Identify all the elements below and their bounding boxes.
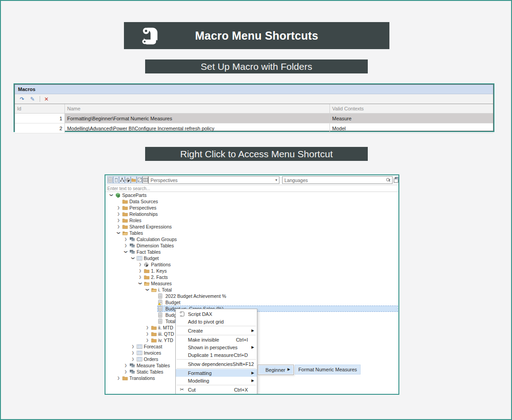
expander-closed-icon[interactable]: ❯ bbox=[116, 224, 121, 230]
expander-closed-icon[interactable]: ❯ bbox=[145, 324, 150, 331]
expander-open-icon[interactable]: ❯ bbox=[115, 231, 122, 235]
macros-panel: Macros ↷✎✕ Id Name Valid Contexts 1Forma… bbox=[14, 83, 494, 132]
expander-closed-icon[interactable]: ❯ bbox=[123, 236, 128, 242]
expander-closed-icon[interactable]: ❯ bbox=[116, 205, 121, 211]
col-header-valid-contexts[interactable]: Valid Contexts bbox=[329, 104, 493, 113]
macro-valid-contexts-cell: Model bbox=[329, 123, 493, 133]
expander-closed-icon[interactable]: ❯ bbox=[138, 268, 142, 274]
menu-item-create[interactable]: Create▶ bbox=[176, 327, 257, 334]
menu-item-formatting[interactable]: Formatting▶ bbox=[176, 369, 257, 377]
menu-item-add-to-pivot-grid[interactable]: Add to pivot grid bbox=[176, 318, 257, 325]
macro-table-row[interactable]: 2Modelling\Advanced\Power BI\Configure I… bbox=[15, 123, 493, 133]
menu-item-shortcut: Shift+F12 bbox=[233, 361, 254, 367]
tree-item-2022-budget-achievement[interactable]: 2022 Budget Achievement % bbox=[105, 293, 398, 299]
expander-open-icon[interactable]: ❯ bbox=[108, 193, 114, 197]
expander-closed-icon[interactable]: ❯ bbox=[123, 242, 128, 249]
menu-item-copy[interactable]: CopyCtrl+C bbox=[176, 393, 257, 395]
tree-item-i-total[interactable]: ❯i. Total bbox=[105, 287, 398, 293]
tree-item-roles[interactable]: ❯Roles bbox=[105, 217, 398, 224]
expander-closed-icon[interactable]: ❯ bbox=[145, 337, 150, 343]
expander-closed-icon[interactable]: ❯ bbox=[116, 211, 121, 217]
tree-item-partitions[interactable]: ❯Partitions bbox=[105, 261, 398, 268]
column-view-toggle[interactable] bbox=[142, 176, 148, 183]
perspectives-dropdown[interactable]: Perspectives ▾ bbox=[148, 176, 279, 184]
refresh-arrow-icon[interactable]: ↷ bbox=[19, 96, 25, 102]
tree-item-label: Measures bbox=[151, 280, 172, 287]
menu-item-format-numeric-measures[interactable]: Format Numeric Measures bbox=[295, 365, 361, 374]
tree-item-2-facts[interactable]: ❯2. Facts bbox=[105, 274, 398, 280]
menu-item-modelling[interactable]: Modelling▶ bbox=[176, 377, 257, 384]
expander-closed-icon[interactable]: ❯ bbox=[123, 362, 128, 369]
tree-item-spaceparts[interactable]: ❯SpaceParts bbox=[105, 192, 398, 198]
col-header-name[interactable]: Name bbox=[64, 104, 329, 113]
show-partitions-toggle[interactable] bbox=[125, 176, 131, 183]
show-columns-toggle[interactable] bbox=[113, 176, 119, 183]
context-menu: Script DAXAdd to pivot gridCreate▶Make i… bbox=[175, 309, 257, 395]
search-options-chevron-icon[interactable]: ▾ bbox=[395, 176, 397, 180]
tree-item-tables[interactable]: ❯Tables bbox=[105, 230, 398, 236]
menu-item-cut[interactable]: ✂CutCtrl+X bbox=[176, 386, 257, 393]
chevron-down-icon[interactable]: ▾ bbox=[275, 178, 277, 182]
menu-item-beginner[interactable]: Beginner ▶ bbox=[259, 365, 293, 374]
folder-open-icon bbox=[144, 281, 150, 286]
delete-x-icon[interactable]: ✕ bbox=[43, 96, 50, 102]
show-folders-toggle-icon bbox=[131, 178, 136, 182]
tree-item-label: Tables bbox=[129, 230, 143, 236]
menu-item-script-dax[interactable]: Script DAX bbox=[176, 310, 257, 318]
tree-item-shared-expressions[interactable]: ❯Shared Expressions bbox=[105, 224, 398, 230]
expander-closed-icon[interactable]: ❯ bbox=[116, 217, 121, 224]
menu-item-format-numeric-measures-label: Format Numeric Measures bbox=[298, 367, 357, 372]
table-set-icon bbox=[129, 237, 135, 242]
menu-item-label: Modelling bbox=[188, 378, 257, 383]
expander-closed-icon[interactable]: ❯ bbox=[138, 274, 142, 280]
section-banner-right-click-label: Right Click to Access Menu Shortcut bbox=[180, 149, 333, 160]
edit-pencil-icon[interactable]: ✎ bbox=[29, 96, 36, 102]
search-icon[interactable] bbox=[386, 176, 391, 181]
submenu-beginner: Beginner ▶ bbox=[258, 365, 294, 375]
page: Macro Menu Shortcuts Set Up Macro with F… bbox=[0, 0, 512, 420]
expander-closed-icon[interactable]: ❯ bbox=[131, 356, 135, 362]
folder-icon bbox=[144, 268, 150, 274]
tree-item-budget[interactable]: Budget bbox=[105, 299, 398, 306]
tree-item-1-keys[interactable]: ❯1. Keys bbox=[105, 268, 398, 274]
tree-item-label: Data Sources bbox=[129, 198, 158, 205]
expander-open-icon[interactable]: ❯ bbox=[123, 250, 129, 254]
show-hierarchies-toggle[interactable] bbox=[119, 176, 125, 183]
tree-item-fact-tables[interactable]: ❯Fact Tables bbox=[105, 249, 398, 255]
expander-open-icon[interactable]: ❯ bbox=[137, 281, 143, 286]
tree-item-relationships[interactable]: ❯Relationships bbox=[105, 211, 398, 217]
menu-separator bbox=[177, 335, 256, 335]
tree-item-measures[interactable]: ❯Measures bbox=[105, 280, 398, 287]
folder-icon bbox=[151, 325, 157, 330]
expander-closed-icon[interactable]: ❯ bbox=[138, 261, 142, 268]
expander-open-icon[interactable]: ❯ bbox=[144, 288, 151, 292]
show-folders-toggle[interactable] bbox=[131, 176, 137, 183]
menu-item-shown-in-perspectives[interactable]: Shown in perspectives▶ bbox=[176, 343, 257, 351]
languages-dropdown[interactable]: Languages ▾ bbox=[282, 176, 393, 184]
macro-table-row[interactable]: 1Formatting\Beginner\Format Numeric Meas… bbox=[15, 114, 493, 123]
menu-item-make-invisible[interactable]: Make invisibleCtrl+I bbox=[176, 336, 257, 343]
menu-item-label: Add to pivot grid bbox=[188, 319, 257, 324]
show-display-folders-toggle-icon bbox=[137, 178, 142, 182]
show-measures-toggle[interactable] bbox=[107, 176, 113, 183]
globe-icon bbox=[144, 262, 150, 267]
show-display-folders-toggle[interactable] bbox=[137, 176, 142, 183]
expander-closed-icon[interactable]: ❯ bbox=[116, 375, 121, 381]
expander-closed-icon[interactable]: ❯ bbox=[131, 350, 135, 356]
col-header-id[interactable]: Id bbox=[15, 104, 64, 113]
expander-closed-icon[interactable]: ❯ bbox=[131, 343, 135, 350]
tree-item-budget[interactable]: ❯Budget bbox=[105, 255, 398, 261]
tree-item-perspectives[interactable]: ❯Perspectives bbox=[105, 205, 398, 211]
tree-item-label: Invoices bbox=[144, 350, 161, 356]
menu-separator bbox=[177, 359, 256, 360]
tree-item-data-sources[interactable]: Data Sources bbox=[105, 198, 398, 205]
menu-item-show-dependencies[interactable]: Show dependenciesShift+F12 bbox=[176, 360, 257, 368]
tree-item-calculation-groups[interactable]: ❯Calculation Groups bbox=[105, 236, 398, 242]
expander-closed-icon[interactable]: ❯ bbox=[123, 369, 128, 375]
menu-item-duplicate-1-measure[interactable]: Duplicate 1 measureCtrl+D bbox=[176, 351, 257, 359]
expander-open-icon[interactable]: ❯ bbox=[130, 256, 136, 260]
tree-item-dimension-tables[interactable]: ❯Dimension Tables bbox=[105, 242, 398, 249]
search-input[interactable]: Enter text to search... bbox=[105, 185, 398, 192]
expander-closed-icon[interactable]: ❯ bbox=[145, 331, 150, 337]
languages-dropdown-value: Languages bbox=[284, 178, 308, 183]
